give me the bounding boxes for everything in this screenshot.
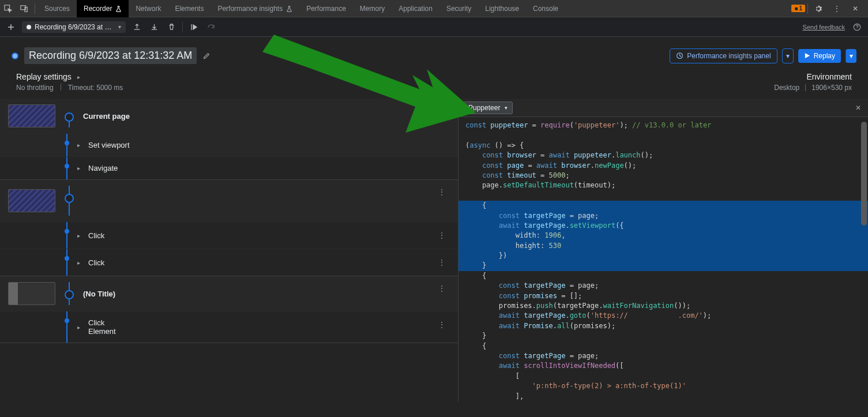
code-line: await targetPage.goto('https:// .com/'); bbox=[459, 311, 868, 321]
recorder-toolbar: Recording 6/9/2023 at 12... ▾ Send feedb… bbox=[0, 17, 868, 37]
step-kebab-icon[interactable]: ⋮ bbox=[434, 318, 450, 331]
flask-icon bbox=[115, 6, 122, 12]
environment-heading: Environment bbox=[806, 72, 852, 81]
send-feedback-link[interactable]: Send feedback bbox=[803, 24, 845, 31]
code-line: await Promise.all(promises); bbox=[459, 321, 868, 331]
step-current-page[interactable]: Current page ⋮ bbox=[0, 99, 458, 133]
step-kebab-icon[interactable]: ⋮ bbox=[434, 229, 450, 242]
code-line: const targetPage = page; bbox=[459, 211, 868, 221]
issues-badge[interactable]: ■1 bbox=[791, 5, 805, 12]
perf-insights-dropdown[interactable]: ▾ bbox=[782, 48, 794, 63]
code-line: const promises = []; bbox=[459, 291, 868, 301]
step-kebab-icon[interactable]: ⋮ bbox=[434, 186, 450, 198]
kebab-menu-icon[interactable]: ⋮ bbox=[829, 0, 845, 17]
replay-settings-heading: Replay settings bbox=[16, 72, 72, 81]
step-label: Set viewport bbox=[88, 141, 130, 149]
main-split: Current page ⋮ ▸ Set viewport ▸ Navigate… bbox=[0, 99, 868, 401]
code-line: page.setDefaultTimeout(timeout); bbox=[459, 181, 868, 190]
tab-performance-insights[interactable]: Performance insights bbox=[211, 0, 299, 17]
step-thumbnail bbox=[8, 189, 55, 212]
chevron-right-icon: ▸ bbox=[77, 232, 80, 239]
close-code-icon[interactable]: ✕ bbox=[853, 102, 863, 114]
export-format-select[interactable]: Puppeteer ▾ bbox=[463, 102, 513, 114]
step-label: Navigate bbox=[88, 164, 118, 172]
tab-elements[interactable]: Elements bbox=[168, 0, 211, 17]
recording-select[interactable]: Recording 6/9/2023 at 12... ▾ bbox=[22, 21, 126, 33]
step-play-icon[interactable] bbox=[187, 21, 200, 33]
step-label: Click bbox=[88, 231, 104, 240]
code-line: const targetPage = page; bbox=[459, 281, 868, 291]
tab-recorder[interactable]: Recorder bbox=[77, 0, 129, 17]
delete-icon[interactable] bbox=[165, 21, 178, 33]
select-value: Puppeteer bbox=[468, 104, 500, 112]
help-icon[interactable] bbox=[851, 21, 863, 33]
step-click-1[interactable]: ▸ Click ⋮ bbox=[0, 221, 458, 249]
export-icon[interactable] bbox=[130, 21, 143, 33]
tab-application[interactable]: Application bbox=[392, 0, 439, 17]
replay-settings-row: Replay settings ▸ Environment bbox=[0, 69, 868, 82]
step-navigate[interactable]: ▸ Navigate bbox=[0, 156, 458, 179]
import-icon[interactable] bbox=[148, 21, 160, 33]
step-label: (No Title) bbox=[83, 290, 115, 298]
step-label: ClickElement bbox=[88, 318, 116, 336]
code-line: const page = await browser.newPage(); bbox=[459, 161, 868, 171]
throttling-label: No throttling bbox=[16, 84, 54, 92]
settings-gear-icon[interactable] bbox=[810, 0, 826, 17]
edit-title-icon[interactable] bbox=[202, 52, 211, 60]
new-recording-icon[interactable] bbox=[5, 21, 17, 33]
scrollbar[interactable] bbox=[860, 117, 868, 401]
code-line: } bbox=[459, 261, 868, 271]
code-pane: Puppeteer ▾ ✕ const puppeteer = require(… bbox=[459, 99, 868, 401]
step-kebab-icon[interactable]: ⋮ bbox=[434, 104, 450, 117]
env-size: 1906×530 px bbox=[811, 84, 852, 92]
code-line bbox=[459, 191, 868, 201]
tab-console[interactable]: Console bbox=[526, 0, 565, 17]
replay-button[interactable]: Replay bbox=[798, 49, 841, 63]
code-line: ], bbox=[459, 392, 868, 401]
code-line: await targetPage.setViewport({ bbox=[459, 221, 868, 231]
tab-network[interactable]: Network bbox=[129, 0, 168, 17]
replay-dropdown[interactable]: ▾ bbox=[846, 49, 856, 63]
code-line bbox=[459, 130, 868, 140]
flask-icon bbox=[286, 6, 292, 12]
perf-insights-button[interactable]: Performance insights panel bbox=[670, 48, 777, 63]
close-devtools-icon[interactable]: ✕ bbox=[847, 0, 863, 17]
step-thumbnail bbox=[8, 104, 55, 127]
settings-sub-row: No throttling Timeout: 5000 ms Desktop 1… bbox=[0, 82, 868, 99]
tab-memory[interactable]: Memory bbox=[353, 0, 392, 17]
step-click-2[interactable]: ▸ Click ⋮ bbox=[0, 249, 458, 276]
tab-performance[interactable]: Performance bbox=[299, 0, 353, 17]
step-thumbnail bbox=[8, 282, 55, 305]
chevron-right-icon: ▸ bbox=[77, 324, 80, 330]
step-label: Click bbox=[88, 258, 104, 267]
code-line: }) bbox=[459, 251, 868, 261]
device-toggle-icon[interactable] bbox=[16, 0, 32, 17]
code-line: { bbox=[459, 201, 868, 211]
timeout-label: Timeout: 5000 ms bbox=[68, 84, 123, 92]
code-body[interactable]: const puppeteer = require('puppeteer'); … bbox=[459, 117, 868, 401]
code-line: (async () => { bbox=[459, 141, 868, 151]
code-line: height: 530 bbox=[459, 241, 868, 251]
step-no-title[interactable]: (No Title) ⋮ bbox=[0, 276, 458, 311]
recording-indicator-icon bbox=[12, 52, 18, 59]
step-set-viewport[interactable]: ▸ Set viewport bbox=[0, 133, 458, 156]
code-line: { bbox=[459, 271, 868, 281]
code-line: promises.push(targetPage.waitForNavigati… bbox=[459, 301, 868, 311]
env-device: Desktop bbox=[774, 84, 799, 92]
step-kebab-icon[interactable]: ⋮ bbox=[434, 256, 450, 269]
steps-pane: Current page ⋮ ▸ Set viewport ▸ Navigate… bbox=[0, 99, 459, 401]
step-group-2[interactable]: ⋮ bbox=[0, 180, 458, 221]
tab-lighthouse[interactable]: Lighthouse bbox=[478, 0, 526, 17]
chevron-right-icon: ▸ bbox=[77, 260, 80, 266]
step-click-3[interactable]: ▸ ClickElement ⋮ bbox=[0, 311, 458, 343]
expand-settings-icon[interactable]: ▸ bbox=[77, 74, 80, 80]
code-header: Puppeteer ▾ ✕ bbox=[459, 99, 868, 117]
code-line: await scrollIntoViewIfNeeded([ bbox=[459, 361, 868, 371]
chevron-right-icon: ▸ bbox=[77, 165, 80, 171]
tab-security[interactable]: Security bbox=[439, 0, 478, 17]
tab-sources[interactable]: Sources bbox=[37, 0, 77, 17]
step-label: Current page bbox=[83, 112, 130, 121]
step-kebab-icon[interactable]: ⋮ bbox=[434, 282, 450, 295]
inspect-icon[interactable] bbox=[0, 0, 16, 17]
page-title[interactable]: Recording 6/9/2023 at 12:31:32 AM bbox=[24, 47, 197, 64]
